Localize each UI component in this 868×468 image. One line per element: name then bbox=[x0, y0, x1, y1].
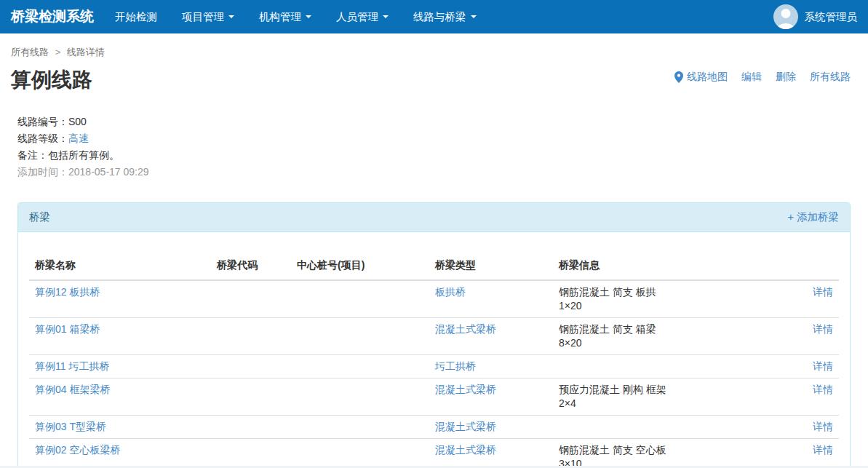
center-station-cell bbox=[291, 416, 429, 439]
bridge-name-link[interactable]: 算例01 箱梁桥 bbox=[35, 323, 100, 335]
all-lines-link[interactable]: 所有线路 bbox=[810, 71, 851, 84]
bridge-info-line2: 1×20 bbox=[559, 299, 782, 313]
line-grade-link[interactable]: 高速 bbox=[68, 132, 89, 144]
breadcrumb-all-lines[interactable]: 所有线路 bbox=[11, 47, 49, 57]
bridge-name-link[interactable]: 算例12 板拱桥 bbox=[35, 286, 100, 298]
bridges-table: 桥梁名称 桥梁代码 中心桩号(项目) 桥梁类型 桥梁信息 算例12 板拱桥 板拱… bbox=[29, 252, 839, 468]
main-nav: 开始检测 项目管理 机构管理 人员管理 线路与桥梁 bbox=[103, 0, 489, 33]
map-pin-icon bbox=[674, 71, 683, 83]
bridge-type-link[interactable]: 圬工拱桥 bbox=[435, 360, 476, 372]
bridge-name-link[interactable]: 算例04 框架梁桥 bbox=[35, 384, 110, 395]
breadcrumb-separator: > bbox=[55, 47, 61, 57]
line-number-value: S00 bbox=[68, 116, 87, 127]
page-actions: 线路地图 编辑 删除 所有线路 bbox=[674, 71, 851, 84]
detail-link[interactable]: 详情 bbox=[813, 444, 833, 456]
detail-label: 添加时间： bbox=[17, 166, 68, 178]
detail-label: 线路编号： bbox=[17, 116, 68, 127]
bridge-code-cell bbox=[211, 416, 291, 439]
username: 系统管理员 bbox=[805, 10, 858, 24]
header-center-station: 中心桩号(项目) bbox=[291, 252, 429, 280]
nav-item-label: 开始检测 bbox=[115, 10, 157, 24]
header-action bbox=[788, 252, 839, 280]
bridge-code-cell bbox=[211, 318, 291, 355]
bridge-info-cell: 钢筋混凝土 简支 板拱 1×20 bbox=[553, 280, 788, 318]
table-row: 算例12 板拱桥 板拱桥 钢筋混凝土 简支 板拱 1×20 详情 bbox=[29, 280, 839, 318]
bridge-name-link[interactable]: 算例11 圬工拱桥 bbox=[35, 360, 109, 372]
table-row: 算例01 箱梁桥 混凝土式梁桥 钢筋混凝土 简支 箱梁 8×20 详情 bbox=[29, 318, 839, 355]
nav-item-start-inspection[interactable]: 开始检测 bbox=[103, 0, 170, 33]
delete-link[interactable]: 删除 bbox=[776, 71, 796, 84]
nav-item-label: 线路与桥梁 bbox=[413, 10, 466, 24]
detail-label: 线路等级： bbox=[17, 132, 68, 144]
bridge-code-cell bbox=[211, 439, 291, 468]
line-map-link[interactable]: 线路地图 bbox=[674, 71, 728, 84]
detail-added-time: 添加时间：2018-05-17 09:29 bbox=[17, 164, 851, 179]
detail-link[interactable]: 详情 bbox=[813, 323, 833, 335]
nav-item-organization-management[interactable]: 机构管理 bbox=[247, 0, 324, 33]
nav-item-lines-and-bridges[interactable]: 线路与桥梁 bbox=[401, 0, 489, 33]
center-station-cell bbox=[291, 318, 429, 355]
bridge-name-link[interactable]: 算例02 空心板梁桥 bbox=[35, 444, 120, 456]
bridge-type-link[interactable]: 混凝土式梁桥 bbox=[435, 323, 496, 335]
bridges-panel: 桥梁 + 添加桥梁 桥梁名称 桥梁代码 中心桩号(项目) 桥梁类型 桥梁信息 bbox=[17, 202, 851, 468]
table-header-row: 桥梁名称 桥梁代码 中心桩号(项目) 桥梁类型 桥梁信息 bbox=[29, 252, 839, 280]
detail-line-grade: 线路等级：高速 bbox=[17, 131, 851, 146]
table-row: 算例04 框架梁桥 混凝土式梁桥 预应力混凝土 刚构 框架 2×4 详情 bbox=[29, 378, 839, 416]
panel-title: 桥梁 bbox=[29, 210, 50, 224]
user-menu[interactable]: 系统管理员 bbox=[773, 4, 858, 29]
detail-link[interactable]: 详情 bbox=[813, 286, 833, 298]
breadcrumb-line-detail: 线路详情 bbox=[67, 47, 105, 57]
line-details: 线路编号：S00 线路等级：高速 备注：包括所有算例。 添加时间：2018-05… bbox=[17, 114, 851, 179]
bridge-info-line1: 钢筋混凝土 简支 箱梁 bbox=[559, 322, 782, 336]
center-station-cell bbox=[291, 280, 429, 318]
bridge-info-cell: 钢筋混凝土 简支 箱梁 8×20 bbox=[553, 318, 788, 355]
nav-item-label: 项目管理 bbox=[182, 10, 224, 24]
top-navbar: 桥梁检测系统 开始检测 项目管理 机构管理 人员管理 线路与桥梁 系统管理员 bbox=[0, 0, 868, 33]
nav-item-project-management[interactable]: 项目管理 bbox=[170, 0, 247, 33]
detail-link[interactable]: 详情 bbox=[813, 360, 833, 372]
bridge-info-cell bbox=[553, 355, 788, 378]
bridge-info-line2: 2×4 bbox=[559, 397, 782, 411]
detail-line-number: 线路编号：S00 bbox=[17, 114, 851, 129]
center-station-cell bbox=[291, 378, 429, 416]
bridge-info-line1: 钢筋混凝土 简支 空心板 bbox=[559, 443, 782, 457]
bridges-panel-body: 桥梁名称 桥梁代码 中心桩号(项目) 桥梁类型 桥梁信息 算例12 板拱桥 板拱… bbox=[18, 232, 850, 468]
app-brand[interactable]: 桥梁检测系统 bbox=[11, 7, 94, 26]
bridge-type-link[interactable]: 混凝土式梁桥 bbox=[435, 421, 496, 432]
header-bridge-info: 桥梁信息 bbox=[553, 252, 788, 280]
chevron-down-icon bbox=[383, 15, 389, 18]
header-bridge-name: 桥梁名称 bbox=[29, 252, 211, 280]
table-row: 算例02 空心板梁桥 混凝土式梁桥 钢筋混凝土 简支 空心板 3×10 详情 bbox=[29, 439, 839, 468]
bridge-info-line1: 预应力混凝土 刚构 框架 bbox=[559, 383, 782, 397]
page-title: 算例线路 bbox=[11, 66, 92, 94]
table-row: 算例11 圬工拱桥 圬工拱桥 详情 bbox=[29, 355, 839, 378]
bridge-info-cell bbox=[553, 416, 788, 439]
bridge-info-line2: 8×20 bbox=[559, 336, 782, 350]
bridges-panel-heading: 桥梁 + 添加桥梁 bbox=[18, 203, 850, 232]
detail-remark: 备注：包括所有算例。 bbox=[17, 148, 851, 162]
user-avatar-icon bbox=[773, 4, 798, 29]
bridge-name-link[interactable]: 算例03 T型梁桥 bbox=[35, 421, 106, 432]
bridge-code-cell bbox=[211, 378, 291, 416]
added-time-value: 2018-05-17 09:29 bbox=[68, 166, 149, 178]
detail-label: 备注： bbox=[17, 149, 48, 161]
remark-value: 包括所有算例。 bbox=[48, 149, 119, 161]
chevron-down-icon bbox=[306, 15, 311, 18]
edit-link[interactable]: 编辑 bbox=[741, 71, 762, 84]
add-bridge-link[interactable]: + 添加桥梁 bbox=[788, 210, 840, 224]
bridge-type-link[interactable]: 混凝土式梁桥 bbox=[435, 384, 496, 395]
bridge-info-cell: 预应力混凝土 刚构 框架 2×4 bbox=[553, 378, 788, 416]
chevron-down-icon bbox=[471, 15, 477, 18]
bridge-type-link[interactable]: 混凝土式梁桥 bbox=[435, 444, 496, 456]
nav-item-personnel-management[interactable]: 人员管理 bbox=[324, 0, 401, 33]
bridge-type-link[interactable]: 板拱桥 bbox=[435, 286, 466, 298]
title-row: 算例线路 线路地图 编辑 删除 所有线路 bbox=[11, 59, 851, 94]
detail-link[interactable]: 详情 bbox=[813, 384, 833, 395]
line-map-label: 线路地图 bbox=[687, 71, 728, 84]
nav-item-label: 机构管理 bbox=[259, 10, 301, 24]
chevron-down-icon bbox=[228, 15, 234, 18]
bridge-info-line1: 钢筋混凝土 简支 板拱 bbox=[559, 285, 782, 299]
center-station-cell bbox=[291, 439, 429, 468]
detail-link[interactable]: 详情 bbox=[813, 421, 833, 432]
bridge-code-cell bbox=[211, 355, 291, 378]
